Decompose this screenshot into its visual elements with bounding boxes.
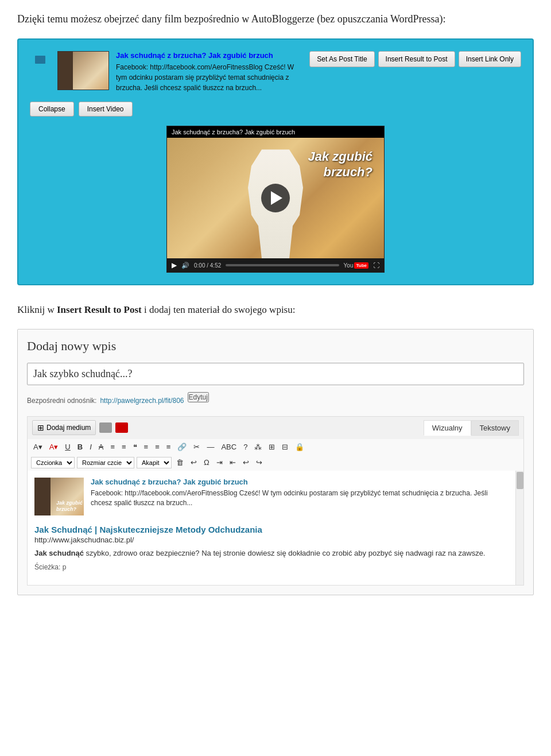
time-display: 0:00 / 4:52 — [194, 262, 221, 269]
list-unordered-button[interactable]: ≡ — [108, 441, 117, 452]
permalink-url[interactable]: http://pawelgrzech.pl/fit/806 — [100, 397, 184, 405]
link-desc-bold: Jak schudnąć — [34, 549, 84, 557]
intro-text: Dzięki temu możesz obejrzeć dany film be… — [17, 11, 534, 27]
more-tag-button[interactable]: — — [204, 441, 216, 452]
wp-panel-title: Dodaj nowy wpis — [27, 339, 524, 354]
editor-content-inner: Jak zgubićbrzuch? Jak schudnąć z brzucha… — [34, 478, 517, 572]
editor-tabs: Wizualny Tekstowy — [424, 420, 519, 436]
video-player-header: Jak schudnąć z brzucha? Jak zgubić brzuc… — [167, 126, 384, 138]
delete-btn[interactable]: 🗑 — [174, 457, 186, 468]
extra-btn3[interactable]: 🔒 — [293, 441, 306, 452]
editor-article-info: Jak schudnąć z brzucha? Jak zgubić brzuc… — [91, 478, 505, 515]
video-top-bar: Jak schudnąć z brzucha? Jak zgubić brzuc… — [30, 51, 521, 92]
middle-text-before: Kliknij w — [17, 304, 57, 315]
extra-btn2[interactable]: ⊟ — [280, 441, 290, 452]
path-text: Ścieżka: p — [34, 563, 517, 571]
undo-btn[interactable]: ↩ — [240, 457, 251, 468]
thumb-image — [58, 52, 108, 90]
youtube-logo: YouTube — [344, 262, 368, 269]
editor-link-desc: Jak schudnąć szybko, zdrowo oraz bezpiec… — [34, 548, 505, 559]
omega-btn[interactable]: Ω — [201, 457, 212, 468]
help-button[interactable]: ? — [241, 441, 250, 452]
video-description: Facebook: http://facebook.com/AeroFitnes… — [116, 63, 294, 92]
insert-video-button[interactable]: Insert Video — [79, 102, 133, 117]
editor-link-section: Jak Schudnąć | Najskuteczniejsze Metody … — [34, 525, 517, 559]
wp-toolbar-row2: A▾ A▾ U B I A ≡ ≡ ❝ ≡ ≡ ≡ 🔗 ✂ — ABC ? ⁂ … — [27, 439, 524, 455]
special-chars-button[interactable]: ⁂ — [252, 441, 264, 452]
tab-text[interactable]: Tekstowy — [471, 420, 519, 436]
extra-btn1[interactable]: ⊞ — [266, 441, 277, 452]
middle-text: Kliknij w Insert Result to Post i dodaj … — [17, 303, 534, 317]
highlight-button[interactable]: A▾ — [47, 441, 61, 452]
editor-scrollbar[interactable] — [515, 471, 523, 585]
video-info: Jak schudnąć z brzucha? Jak zgubić brzuc… — [116, 51, 302, 92]
middle-text-after: i dodaj ten materiał do swojego wpisu: — [142, 304, 296, 315]
editor-link-url: http://www.jakschudnac.biz.pl/ — [34, 536, 505, 544]
add-media-button[interactable]: ⊞ Dodaj medium — [32, 420, 96, 435]
remove-link-button[interactable]: ✂ — [191, 441, 202, 452]
align-right-button[interactable]: ≡ — [164, 441, 173, 452]
permalink-bar: Bezpośredni odnośnik: http://pawelgrzech… — [27, 392, 524, 409]
title-line1: Jak zgubić — [308, 149, 372, 164]
insert-result-to-post-button[interactable]: Insert Result to Post — [378, 51, 455, 67]
format-select[interactable]: Akapit — [137, 457, 172, 468]
font-select[interactable]: Czcionka — [31, 457, 75, 468]
editor-article-thumbnail: Jak zgubićbrzuch? — [34, 478, 84, 515]
video-title-link[interactable]: Jak schudnąć z brzucha? Jak zgubić brzuc… — [116, 51, 302, 60]
video-player: Jak schudnąć z brzucha? Jak zgubić brzuc… — [166, 126, 385, 273]
size-select[interactable]: Rozmiar czcie — [77, 457, 134, 468]
tab-visual[interactable]: Wizualny — [424, 420, 471, 436]
wp-editor-panel: Dodaj nowy wpis Bezpośredni odnośnik: ht… — [17, 329, 534, 595]
editor-article-title[interactable]: Jak schudnąć z brzucha? Jak zgubić brzuc… — [91, 478, 505, 486]
redo-btn[interactable]: ↪ — [254, 457, 265, 468]
video-player-area: Jak schudnąć z brzucha? Jak zgubić brzuc… — [30, 126, 521, 273]
volume-icon[interactable]: 🔊 — [181, 262, 189, 269]
grid-icon: ⊞ — [37, 423, 44, 432]
outdent-btn[interactable]: ⇤ — [227, 457, 238, 468]
wp-toolbar-row1: ⊞ Dodaj medium Wizualny Tekstowy — [27, 416, 524, 439]
indent-btn[interactable]: ⇥ — [214, 457, 225, 468]
spell-check-button[interactable]: ABC — [219, 441, 239, 452]
list-ordered-button[interactable]: ≡ — [119, 441, 129, 452]
title-line2: brzuch? — [323, 165, 372, 179]
font-color-button[interactable]: A▾ — [31, 441, 45, 452]
video-action-buttons: Set As Post Title Insert Result to Post … — [309, 51, 521, 67]
editor-link-title[interactable]: Jak Schudnąć | Najskuteczniejsze Metody … — [34, 525, 505, 534]
video-player-screen[interactable]: Jak zgubić brzuch? — [167, 138, 384, 258]
editor-article: Jak zgubićbrzuch? Jak schudnąć z brzucha… — [34, 478, 517, 515]
post-title-input[interactable] — [27, 363, 524, 385]
editor-scrollbar-thumb[interactable] — [517, 472, 523, 489]
strikethrough-button[interactable]: A — [96, 441, 106, 452]
blockquote-button[interactable]: ❝ — [131, 441, 139, 452]
panel-icon — [35, 56, 45, 64]
align-left-button[interactable]: ≡ — [142, 441, 151, 452]
bold-button[interactable]: B — [75, 441, 85, 452]
italic-button[interactable]: I — [87, 441, 94, 452]
underline-button[interactable]: U — [63, 441, 72, 452]
media-icon1 — [99, 422, 112, 433]
align-center-button[interactable]: ≡ — [153, 441, 162, 452]
video-panel: Jak schudnąć z brzucha? Jak zgubić brzuc… — [17, 38, 534, 285]
wp-toolbar-row3: Czcionka Rozmiar czcie Akapit 🗑 ↩ Ω ⇥ ⇤ … — [27, 455, 524, 471]
progress-bar[interactable] — [226, 264, 339, 266]
collapse-button[interactable]: Collapse — [30, 102, 74, 117]
video-controls: ▶ 🔊 0:00 / 4:52 YouTube ⛶ — [167, 258, 384, 272]
media-icon2 — [115, 422, 128, 433]
permalink-label: Bezpośredni odnośnik: — [27, 397, 96, 405]
link-desc-rest: szybko, zdrowo oraz bezpiecznie? Na tej … — [84, 549, 485, 557]
set-as-post-title-button[interactable]: Set As Post Title — [309, 51, 374, 67]
wp-editor-content[interactable]: Jak zgubićbrzuch? Jak schudnąć z brzucha… — [27, 471, 524, 586]
permalink-edit-button[interactable]: Edytuj — [188, 392, 209, 402]
video-thumbnail-small — [57, 51, 109, 90]
editor-article-desc: Facebook: http://facebook.com/AeroFitnes… — [91, 489, 488, 507]
middle-text-bold: Insert Result to Post — [57, 304, 142, 315]
video-collapse-bar: Collapse Insert Video — [30, 102, 521, 117]
title-overlay: Jak zgubić brzuch? — [308, 149, 372, 180]
insert-link-button[interactable]: 🔗 — [175, 441, 189, 452]
fullscreen-icon[interactable]: ⛶ — [373, 262, 379, 269]
play-ctrl-icon[interactable]: ▶ — [172, 261, 177, 269]
insert-link-only-button[interactable]: Insert Link Only — [459, 51, 521, 67]
path-btn[interactable]: ↩ — [188, 457, 199, 468]
